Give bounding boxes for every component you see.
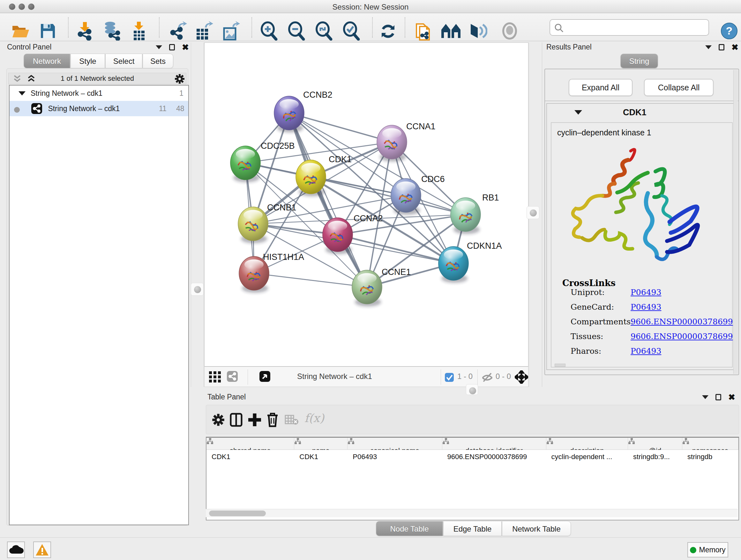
network-canvas[interactable]: CCNB2CCNA1CDC25BCDK1CDC6RB1CCNB1CCNA2CDK… [204, 43, 529, 367]
add-column-icon[interactable] [248, 413, 262, 427]
tab-node-table[interactable]: Node Table [376, 521, 443, 536]
zoom-selected-icon[interactable] [342, 21, 360, 41]
selected-checkbox-icon[interactable] [445, 373, 454, 382]
crosslink-value-link[interactable]: 9606.ENSP00000378699 [630, 332, 733, 341]
expand-all-networks-icon[interactable] [26, 75, 36, 83]
network-node-HIST1H1A[interactable]: HIST1H1A [239, 252, 304, 293]
tab-string[interactable]: String [620, 54, 658, 68]
network-node-CCNE1[interactable]: CCNE1 [352, 267, 411, 307]
export-table-icon[interactable] [195, 21, 213, 41]
table-cell[interactable]: CDK1 [206, 450, 294, 464]
network-node-RB1[interactable]: RB1 [451, 193, 499, 234]
network-overview-icon[interactable] [441, 23, 461, 39]
column-header--id[interactable]: @id [628, 438, 682, 450]
export-image-icon[interactable] [222, 21, 240, 41]
network-node-CDKN1A[interactable]: CDKN1A [439, 241, 502, 283]
table-row[interactable]: CDK1CDK1P064939606.ENSP00000378699cyclin… [206, 450, 738, 464]
tab-select[interactable]: Select [105, 54, 142, 68]
content-hscrollbar[interactable] [555, 364, 565, 367]
panel-float-icon[interactable] [716, 394, 721, 400]
column-header-namespace[interactable]: namespace [682, 438, 738, 450]
zoom-out-icon[interactable] [287, 21, 306, 41]
duplicate-network-icon[interactable] [414, 21, 432, 41]
crosslink-value-link[interactable]: P06493 [630, 288, 661, 297]
node-label-HIST1H1A: HIST1H1A [263, 252, 304, 262]
panel-menu-icon[interactable] [702, 395, 709, 399]
cdk1-section-header[interactable]: CDK1 [547, 104, 737, 121]
left-splitter[interactable] [191, 43, 204, 387]
table-cell[interactable]: stringdb:9... [628, 450, 682, 464]
function-builder-icon[interactable]: f(x) [305, 412, 324, 425]
export-network-icon[interactable] [169, 21, 187, 41]
left-splitter-handle[interactable] [191, 283, 204, 296]
hidden-eye-slash-icon[interactable] [482, 373, 493, 382]
collapse-all-button[interactable]: Collapse All [644, 79, 714, 96]
network-node-CDC6[interactable]: CDC6 [391, 174, 445, 215]
cloud-button[interactable] [7, 542, 25, 558]
table-cell[interactable]: stringdb [682, 450, 738, 464]
save-session-icon[interactable] [40, 23, 56, 39]
expand-all-button[interactable]: Expand All [569, 79, 632, 96]
right-splitter-handle[interactable] [527, 206, 539, 219]
import-network-file-icon[interactable] [76, 21, 94, 41]
panel-menu-icon[interactable] [156, 45, 162, 49]
protein-structure-image [564, 142, 704, 276]
table-cell[interactable]: CDK1 [294, 450, 347, 464]
tab-edge-table[interactable]: Edge Table [443, 521, 502, 536]
refresh-icon[interactable] [379, 22, 397, 40]
table-cell[interactable]: 9606.ENSP00000378699 [442, 450, 546, 464]
table-cell[interactable]: cyclin-dependent ... [546, 450, 628, 464]
results-scrollbar[interactable] [733, 70, 738, 374]
panel-float-icon[interactable] [169, 44, 175, 51]
import-table-icon[interactable] [131, 21, 147, 41]
panel-float-icon[interactable] [719, 44, 724, 51]
zoom-fit-icon[interactable] [314, 21, 333, 41]
collapse-all-networks-icon[interactable] [12, 75, 22, 83]
section-collapse-icon[interactable] [575, 110, 582, 115]
column-header-name[interactable]: name [294, 438, 347, 450]
network-collection-row[interactable]: String Network – cdk1 1 [10, 85, 188, 101]
crosslink-value-link[interactable]: P06493 [630, 347, 661, 356]
warning-button[interactable] [33, 542, 51, 558]
grid-mode-icon[interactable] [209, 371, 221, 383]
node-table[interactable]: shared namenamecanonical namedatabase id… [206, 437, 739, 520]
tab-style[interactable]: Style [71, 54, 105, 68]
collection-expand-icon[interactable] [18, 91, 25, 96]
show-graphics-details-icon[interactable] [501, 22, 518, 40]
network-edge-HIST1H1A-CCNE1[interactable] [254, 273, 367, 287]
panel-menu-icon[interactable] [705, 45, 712, 49]
panel-close-icon[interactable]: ✖ [731, 44, 738, 51]
table-cell[interactable]: P06493 [347, 450, 442, 464]
hide-graphics-details-icon[interactable] [468, 22, 487, 40]
table-hscrollbar[interactable] [206, 509, 738, 517]
column-header-shared-name[interactable]: shared name [206, 438, 294, 450]
crosslink-value-link[interactable]: P06493 [630, 302, 661, 312]
network-options-gear-icon[interactable] [175, 74, 185, 84]
search-input[interactable] [549, 19, 709, 36]
network-node-CCNB1[interactable]: CCNB1 [238, 203, 296, 243]
fit-content-crosshair-icon[interactable] [515, 370, 528, 384]
panel-close-icon[interactable]: ✖ [182, 44, 189, 51]
import-network-database-icon[interactable] [103, 21, 121, 41]
delete-column-icon[interactable] [266, 412, 279, 428]
memory-button[interactable]: Memory [687, 542, 728, 557]
tab-sets[interactable]: Sets [143, 54, 173, 68]
view-share-icon[interactable] [227, 371, 238, 382]
select-columns-icon[interactable] [230, 413, 243, 427]
help-icon[interactable]: ? [721, 22, 738, 40]
zoom-in-icon[interactable] [259, 21, 278, 41]
tab-network[interactable]: Network [23, 54, 70, 68]
open-session-icon[interactable] [11, 23, 30, 39]
network-row[interactable]: String Network – cdk1 11 48 [10, 101, 188, 116]
control-panel-title: Control Panel [7, 43, 51, 51]
panel-close-icon[interactable]: ✖ [728, 394, 735, 400]
tab-network-table[interactable]: Network Table [502, 521, 571, 536]
column-header-database-identifier[interactable]: database identifier [442, 438, 546, 450]
delete-table-icon[interactable] [285, 415, 299, 425]
table-settings-gear-icon[interactable] [212, 414, 225, 426]
birds-eye-view-icon[interactable] [259, 371, 270, 382]
collection-label: String Network – cdk1 [30, 85, 103, 101]
column-header-description[interactable]: description [546, 438, 628, 450]
column-header-canonical-name[interactable]: canonical name [347, 438, 442, 450]
crosslink-value-link[interactable]: 9606.ENSP00000378699 [630, 317, 733, 326]
